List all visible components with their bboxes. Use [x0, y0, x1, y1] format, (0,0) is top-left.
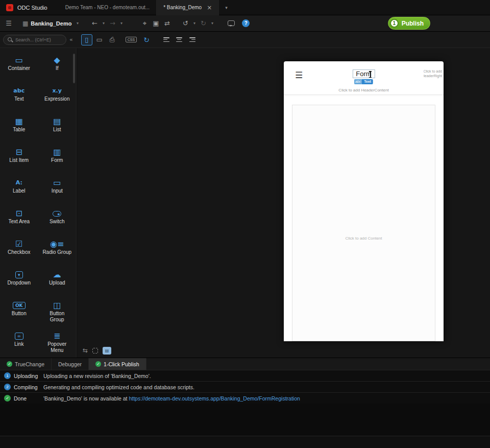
widget-label: List Item — [9, 157, 29, 163]
module-grid-icon: ▦ — [22, 20, 28, 27]
align-right-icon[interactable] — [189, 37, 195, 42]
text-area-icon: ⊡ — [16, 208, 22, 219]
search-input[interactable] — [15, 37, 62, 42]
collapse-sidebar-icon[interactable]: « — [69, 36, 73, 43]
search-box[interactable] — [3, 35, 66, 45]
widget-item-text-area[interactable]: ⊡Text Area — [0, 208, 38, 239]
check-icon: ✓ — [95, 361, 101, 367]
switch-icon: ◉ — [53, 211, 61, 217]
radio-group-icon: ◉≡ — [50, 239, 64, 249]
layers-icon[interactable]: ▣ — [150, 19, 161, 27]
module-selector[interactable]: ▦ Banking_Demo ▾ — [18, 18, 85, 29]
tab-list-dropdown-icon[interactable]: ▾ — [219, 0, 234, 15]
tablet-preview-icon[interactable]: ▭ — [94, 34, 105, 45]
widget-label: Link — [14, 341, 23, 347]
odc-logo-icon — [6, 4, 13, 11]
page-title[interactable]: Form — [352, 69, 375, 78]
redo-history-icon[interactable]: ▾ — [209, 21, 215, 26]
widget-item-list-item[interactable]: ⊟List Item — [0, 147, 38, 178]
css-editor-icon[interactable]: CSS — [126, 37, 137, 42]
phone-preview-frame[interactable]: ☰ Form abc Text Click to add HeaderRight… — [284, 61, 444, 341]
header-right-placeholder[interactable]: Click to add HeaderRight — [424, 69, 442, 79]
widget-label: Checkbox — [8, 249, 30, 255]
back-icon[interactable]: ← — [89, 19, 100, 27]
table-icon: ▦ — [15, 116, 23, 127]
popover-menu-icon: ≣ — [54, 331, 60, 341]
bottom-bar — [0, 436, 490, 448]
widget-item-upload[interactable]: ☁Upload — [38, 270, 77, 300]
widget-item-expression[interactable]: x.yExpression — [38, 86, 77, 116]
feedback-icon[interactable] — [228, 20, 235, 26]
widget-item-switch[interactable]: ◉Switch — [38, 208, 77, 239]
pin-icon[interactable]: ⌖ — [139, 19, 150, 28]
align-left-icon[interactable] — [163, 37, 170, 42]
tab-module[interactable]: * Banking_Demo × — [157, 0, 219, 15]
widget-item-button-group[interactable]: ◫Button Group — [38, 300, 77, 331]
phone-preview-icon[interactable]: ▯ — [81, 34, 92, 45]
page-title-widget[interactable]: Form abc Text — [352, 69, 375, 84]
undo-icon[interactable]: ↺ — [180, 19, 191, 27]
widget-item-text[interactable]: abcText — [0, 86, 38, 116]
widget-item-label[interactable]: A:Label — [0, 178, 38, 208]
swap-view-icon[interactable]: ⇆ — [83, 347, 88, 354]
done-check-icon: ✓ — [4, 395, 11, 402]
selection-frame-icon[interactable] — [92, 348, 98, 353]
widget-item-input[interactable]: ▭Input — [38, 178, 77, 208]
header-content-placeholder[interactable]: Click to add HeaderContent — [284, 88, 444, 92]
content-placeholder-hint: Click to add Content — [345, 236, 382, 241]
publish-button[interactable]: 1 Publish — [388, 17, 430, 30]
publish-label: Publish — [402, 20, 424, 27]
preview-menu-icon[interactable]: ☰ — [295, 70, 303, 80]
forward-history-icon[interactable]: ▾ — [118, 21, 125, 26]
widget-tree-toggle-icon[interactable]: ▤ — [103, 347, 111, 355]
compare-arrows-icon[interactable]: ⇄ — [161, 19, 173, 27]
back-history-icon[interactable]: ▾ — [100, 21, 107, 26]
widget-item-table[interactable]: ▦Table — [0, 116, 38, 147]
menu-icon[interactable]: ☰ — [3, 19, 14, 27]
widget-item-radio-group[interactable]: ◉≡Radio Group — [38, 239, 77, 270]
widget-item-link[interactable]: ∞Link — [0, 331, 38, 362]
search-icon — [8, 37, 13, 42]
tab-debugger[interactable]: Debugger — [52, 358, 89, 370]
label-icon: A: — [16, 178, 22, 188]
refresh-data-icon[interactable]: ↻ — [143, 36, 150, 44]
publish-url-link[interactable]: https://demoteam-dev.outsystems.app/Bank… — [129, 395, 300, 402]
widget-label: Table — [13, 127, 25, 133]
bottom-empty-area — [0, 404, 490, 436]
widget-label: If — [56, 65, 59, 72]
tab-truechange[interactable]: ✓TrueChange — [0, 358, 52, 370]
redo-icon[interactable]: ↻ — [198, 19, 209, 27]
widget-label: Label — [13, 188, 25, 194]
close-tab-icon[interactable]: × — [207, 4, 212, 11]
help-icon[interactable]: ? — [242, 19, 250, 27]
tab-label: 1-Click Publish — [104, 361, 139, 367]
log-step-label: Compiling — [14, 384, 43, 390]
widget-item-if[interactable]: ◆If — [38, 55, 77, 86]
desktop-preview-icon[interactable]: ⎙ — [107, 34, 118, 45]
step-number-badge: 2 — [4, 384, 11, 390]
tab-1-click-publish[interactable]: ✓1-Click Publish — [89, 358, 146, 370]
widget-item-popover-menu[interactable]: ≣Popover Menu — [38, 331, 77, 362]
tab-label: Debugger — [58, 361, 82, 367]
widget-label: Text Area — [8, 219, 30, 225]
widget-item-container[interactable]: ▭Container — [0, 55, 38, 86]
align-tools — [163, 37, 195, 42]
forward-icon[interactable]: → — [107, 19, 118, 27]
undo-history-icon[interactable]: ▾ — [191, 21, 198, 26]
log-step-label: Uploading — [14, 373, 43, 379]
widget-item-form[interactable]: ▥Form — [38, 147, 77, 178]
align-center-icon[interactable] — [176, 37, 183, 42]
button-icon: OK — [13, 302, 26, 309]
input-icon: ▭ — [53, 178, 61, 188]
text-icon: abc — [13, 86, 24, 96]
widget-item-checkbox[interactable]: ☑Checkbox — [0, 239, 38, 270]
bottom-tabs: ✓TrueChangeDebugger✓1-Click Publish — [0, 358, 490, 370]
sidebar-scrollbar[interactable] — [73, 54, 75, 83]
widget-item-dropdown[interactable]: ▾Dropdown — [0, 270, 38, 300]
widget-item-list[interactable]: ▤List — [38, 116, 77, 147]
tab-environment[interactable]: Demo Team - NEO - demoteam.out... — [59, 0, 157, 15]
log-message: Uploading a new revision of 'Banking_Dem… — [43, 373, 151, 379]
design-canvas[interactable]: ☰ Form abc Text Click to add HeaderRight… — [77, 48, 490, 358]
widget-item-button[interactable]: OKButton — [0, 300, 38, 331]
content-placeholder[interactable]: Click to add Content — [292, 105, 435, 341]
